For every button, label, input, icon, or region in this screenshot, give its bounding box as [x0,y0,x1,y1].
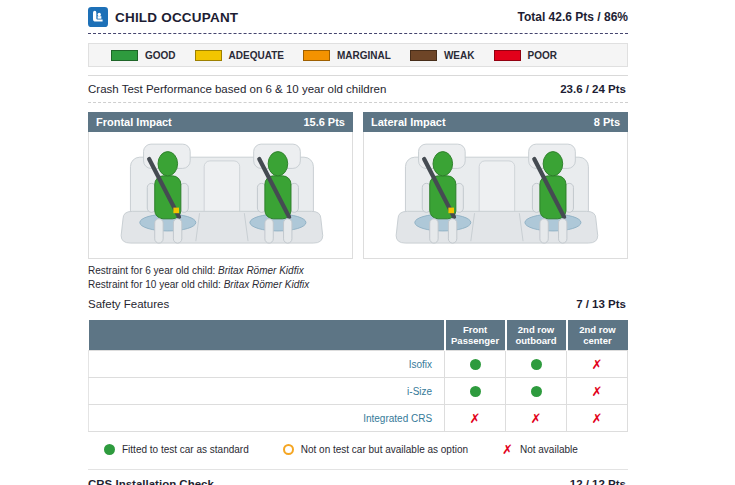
frontal-impact-panel: Frontal Impact 15.6 Pts [88,112,353,259]
col-2nd-row-outboard: 2nd row outboard [506,320,567,351]
col-2nd-row-center: 2nd row center [567,320,628,351]
lateral-impact-title: Lateral Impact [371,116,446,128]
frontal-impact-title: Frontal Impact [96,116,172,128]
legend-item-adequate: ADEQUATE [195,50,284,61]
legend-available-option: Not on test car but available as option [283,444,468,455]
restraint-6yo: Restraint for 6 year old child: Britax R… [88,264,628,278]
availability-symbol [470,386,481,397]
frontal-impact-points: 15.6 Pts [303,116,345,128]
marginal-swatch [303,50,330,61]
adequate-swatch [195,50,222,61]
safety-features-title: Safety Features [88,298,169,310]
table-row-isofix: Isofix ✗ [89,351,628,378]
lateral-impact-panel: Lateral Impact 8 Pts [363,112,628,259]
good-swatch [111,50,138,61]
legend-item-good: GOOD [111,50,176,61]
orange-circle-icon [283,444,294,455]
total-score: Total 42.6 Pts / 86% [518,10,629,24]
restraint-10yo: Restraint for 10 year old child: Britax … [88,278,628,292]
table-row-isize: i-Size ✗ [89,378,628,405]
lateral-impact-points: 8 Pts [594,116,620,128]
crash-test-points: 23.6 / 24 Pts [560,83,626,95]
crash-test-section-row: Crash Test Performance based on 6 & 10 y… [88,75,628,103]
availability-symbol: ✗ [592,358,603,371]
weak-swatch [410,50,437,61]
green-dot-icon [104,444,115,455]
legend-not-available: ✗ Not available [502,443,578,456]
crs-installation-points: 12 / 12 Pts [570,478,626,485]
table-header-spacer [89,320,445,351]
availability-symbol: ✗ [470,412,481,425]
crs-installation-section-row: CRS Installation Check 12 / 12 Pts [88,469,628,485]
availability-symbol: ✗ [531,412,542,425]
availability-symbol [470,359,481,370]
col-front-passenger: Front Passenger [445,320,506,351]
child-seat-icon [88,7,108,27]
availability-symbol [531,386,542,397]
frontal-impact-image [88,132,353,259]
impact-panels: Frontal Impact 15.6 Pts Lateral Impact 8… [88,112,628,259]
table-header-row: Front Passenger 2nd row outboard 2nd row… [89,320,628,351]
child-occupant-report: CHILD OCCUPANT Total 42.6 Pts / 86% GOOD… [88,0,628,485]
legend-fitted-standard: Fitted to test car as standard [104,444,249,455]
poor-swatch [494,50,521,61]
legend-item-poor: POOR [494,50,557,61]
crs-installation-title: CRS Installation Check [88,478,214,485]
safety-features-points: 7 / 13 Pts [576,298,626,310]
crash-test-title: Crash Test Performance based on 6 & 10 y… [88,83,386,95]
report-header: CHILD OCCUPANT Total 42.6 Pts / 86% [88,5,628,34]
availability-symbol [531,359,542,370]
page-title: CHILD OCCUPANT [115,10,238,25]
rating-legend: GOOD ADEQUATE MARGINAL WEAK POOR [88,43,628,67]
legend-item-marginal: MARGINAL [303,50,391,61]
legend-item-weak: WEAK [410,50,475,61]
availability-symbol: ✗ [592,412,603,425]
symbol-legend: Fitted to test car as standard Not on te… [88,443,628,456]
red-x-icon: ✗ [502,443,513,456]
table-row-integrated-crs: Integrated CRS ✗ ✗ ✗ [89,405,628,432]
restraint-notes: Restraint for 6 year old child: Britax R… [88,264,628,291]
safety-features-section-row: Safety Features 7 / 13 Pts [88,291,628,314]
availability-symbol: ✗ [592,385,603,398]
lateral-impact-image [363,132,628,259]
safety-features-table: Front Passenger 2nd row outboard 2nd row… [88,320,628,432]
